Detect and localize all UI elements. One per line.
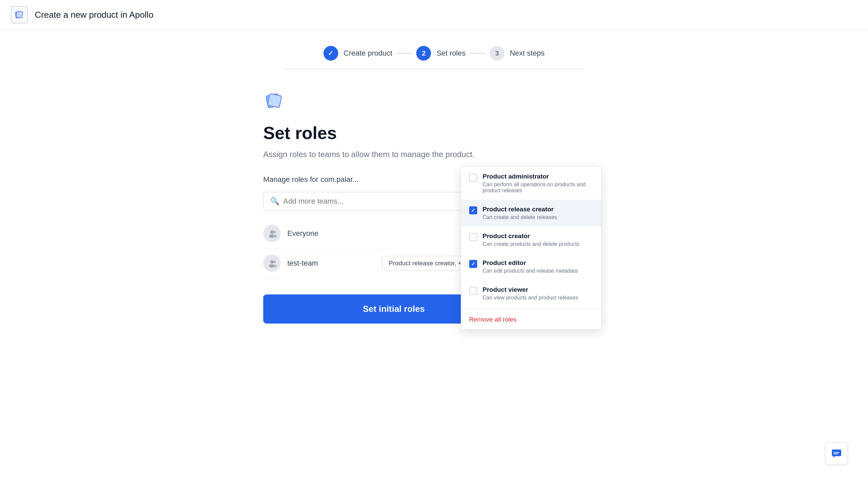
role-desc-product-creator: Can create products and delete products xyxy=(483,241,579,247)
header: Create a new product in Apollo xyxy=(0,0,868,30)
step-create-product: ✓ Create product xyxy=(323,46,393,61)
dropdown-item-product-editor[interactable]: Product editor Can edit products and rel… xyxy=(461,253,601,280)
page-title: Set roles xyxy=(263,123,605,143)
dropdown-item-product-administrator[interactable]: Product administrator Can perform all op… xyxy=(461,167,601,200)
remove-all-roles-button[interactable]: Remove all roles xyxy=(461,310,601,329)
svg-point-8 xyxy=(270,260,274,264)
chat-bubble-button[interactable] xyxy=(825,442,848,465)
svg-rect-1 xyxy=(16,11,23,18)
team-name-everyone: Everyone xyxy=(287,229,477,238)
main-content: Set roles Assign roles to teams to allow… xyxy=(250,69,618,337)
dropdown-item-product-viewer[interactable]: Product viewer Can view products and pro… xyxy=(461,280,601,307)
svg-point-6 xyxy=(273,231,276,234)
svg-point-10 xyxy=(273,261,276,263)
role-desc-product-editor: Can edit products and release metadata xyxy=(483,268,578,274)
avatar-test-team xyxy=(263,254,281,272)
app-logo xyxy=(11,6,28,24)
checkbox-product-administrator[interactable] xyxy=(469,174,477,182)
stepper: ✓ Create product 2 Set roles 3 Next step… xyxy=(0,30,868,69)
chat-icon xyxy=(831,448,842,459)
role-title-product-administrator: Product administrator xyxy=(483,173,593,180)
svg-point-4 xyxy=(270,231,274,234)
search-container: 🔍 xyxy=(263,192,477,211)
step-label-create-product: Create product xyxy=(344,49,393,58)
role-title-product-viewer: Product viewer xyxy=(483,286,578,294)
checkbox-product-editor[interactable] xyxy=(469,260,477,268)
header-title: Create a new product in Apollo xyxy=(35,10,153,20)
avatar-everyone xyxy=(263,225,281,242)
step-circle-set-roles: 2 xyxy=(416,46,431,61)
dropdown-divider xyxy=(461,308,601,308)
role-title-product-creator: Product creator xyxy=(483,233,579,240)
role-desc-product-release-creator: Can create and delete releases xyxy=(483,214,557,220)
team-row-everyone: Everyone xyxy=(263,219,477,248)
page-subtitle: Assign roles to teams to allow them to m… xyxy=(263,150,498,159)
step-label-next-steps: Next steps xyxy=(510,49,545,58)
role-desc-product-administrator: Can perform all operations on products a… xyxy=(483,182,593,193)
page-icon xyxy=(263,89,287,114)
step-circle-next-steps: 3 xyxy=(490,46,504,61)
roles-dropdown-popup: Product administrator Can perform all op… xyxy=(461,166,601,330)
step-next-steps: 3 Next steps xyxy=(490,46,545,61)
checkbox-product-release-creator[interactable] xyxy=(469,206,477,214)
team-name-test-team: test-team xyxy=(287,259,382,268)
step-label-set-roles: Set roles xyxy=(436,49,465,58)
role-title-product-release-creator: Product release creator xyxy=(483,206,557,213)
team-row-test-team: test-team Product release creator, +1 ▾ xyxy=(263,248,477,278)
step-divider-1 xyxy=(396,53,412,54)
step-set-roles: 2 Set roles xyxy=(416,46,465,61)
checkbox-product-creator[interactable] xyxy=(469,233,477,241)
search-icon: 🔍 xyxy=(270,197,279,206)
role-title-product-editor: Product editor xyxy=(483,259,578,267)
role-desc-product-viewer: Can view products and product releases xyxy=(483,295,578,301)
checkbox-product-viewer[interactable] xyxy=(469,287,477,295)
svg-rect-3 xyxy=(268,93,282,108)
step-divider-2 xyxy=(469,53,486,54)
dropdown-item-product-creator[interactable]: Product creator Can create products and … xyxy=(461,226,601,253)
dropdown-item-product-release-creator[interactable]: Product release creator Can create and d… xyxy=(461,200,601,226)
search-input[interactable] xyxy=(283,197,470,206)
step-circle-create-product: ✓ xyxy=(323,46,338,61)
